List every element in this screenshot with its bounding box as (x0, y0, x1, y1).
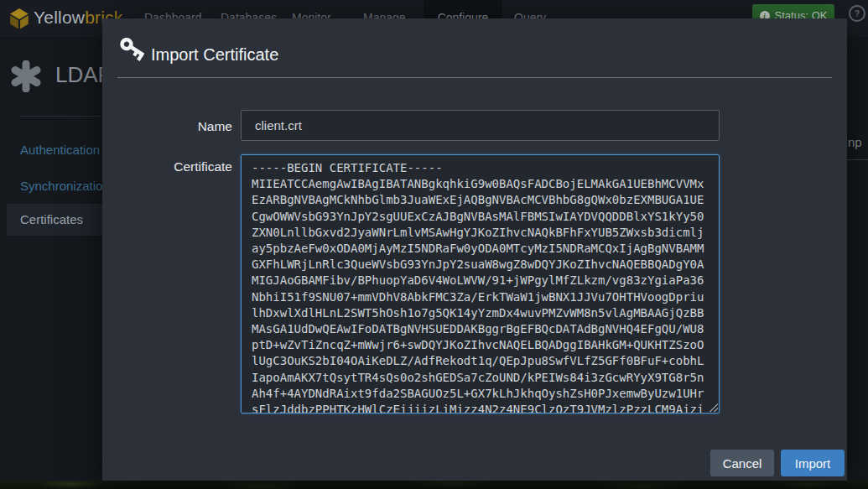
import-certificate-modal: Import Certificate Name Certificate ----… (102, 18, 847, 481)
certificate-textarea[interactable]: -----BEGIN CERTIFICATE----- MIIEATCCAemg… (241, 154, 720, 414)
sidebar-item-authentication[interactable]: Authentication (20, 143, 100, 157)
sidebar-item-certificates-label: Certificates (20, 212, 83, 226)
cancel-button[interactable]: Cancel (710, 450, 774, 476)
clipped-background-divider (847, 159, 868, 160)
brand-prefix: Yellow (34, 8, 85, 27)
name-field-label: Name (102, 119, 232, 134)
help-icon[interactable]: ? (849, 5, 865, 22)
background-photo-strip (0, 481, 868, 489)
yellowbrick-logo-icon (8, 8, 30, 29)
certificate-field-label: Certificate (102, 159, 232, 174)
certificate-text: -----BEGIN CERTIFICATE----- MIIEATCCAemg… (242, 155, 719, 414)
app-root: Yellowbrick Dashboard Databases Monitor … (0, 0, 868, 489)
key-icon (116, 35, 149, 69)
import-button[interactable]: Import (781, 450, 845, 476)
modal-title-divider (117, 77, 832, 78)
clipped-background-text: np (848, 135, 862, 149)
ldap-asterisk-icon (10, 60, 42, 92)
modal-title: Import Certificate (151, 45, 278, 65)
sidebar-item-certificates[interactable]: Certificates (7, 204, 102, 236)
name-input[interactable] (241, 110, 720, 141)
sidebar-item-synchronization[interactable]: Synchronization (20, 179, 110, 193)
